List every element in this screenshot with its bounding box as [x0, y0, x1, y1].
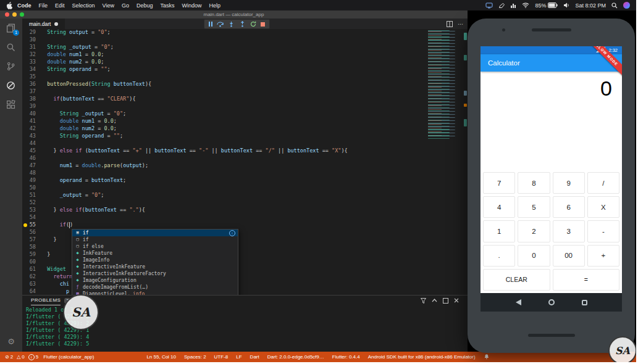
status-item[interactable]: Dart — [250, 354, 259, 360]
chart-icon[interactable] — [510, 2, 516, 9]
line-number[interactable]: 40 — [22, 110, 41, 118]
line-number[interactable]: 50 — [22, 184, 41, 192]
suggest-item[interactable]: ▢if else — [72, 243, 238, 250]
status-item[interactable]: Spaces: 2 — [184, 354, 206, 360]
code-line[interactable]: double num2 = 0.0; — [41, 59, 423, 66]
status-item[interactable]: Dart: 2.0.0-edge.0d5cf9… — [267, 354, 324, 360]
status-item[interactable]: Flutter: 0.4.4 — [332, 354, 360, 360]
line-number[interactable]: 61 — [22, 266, 41, 273]
step-over-button[interactable] — [217, 21, 224, 27]
line-number[interactable]: 59 — [22, 251, 41, 259]
code-line[interactable] — [41, 170, 423, 177]
key-zero[interactable]: 0 — [518, 245, 550, 267]
code-line[interactable]: double num1 = 0.0; — [41, 118, 423, 125]
key-six[interactable]: 6 — [553, 196, 585, 218]
code-line[interactable]: String _output = "0"; — [41, 110, 423, 118]
status-item[interactable]: Ln 55, Col 10 — [146, 354, 176, 360]
key-two[interactable]: 2 — [518, 220, 550, 242]
extensions-icon[interactable] — [6, 100, 16, 110]
menu-tasks[interactable]: Tasks — [160, 2, 174, 9]
line-number[interactable]: 45 — [22, 147, 41, 155]
line-number[interactable]: 52 — [22, 199, 41, 207]
line-number[interactable]: 47 — [22, 162, 41, 170]
suggest-item[interactable]: ◆InteractiveInkFeatureFactory — [72, 270, 238, 277]
code-editor[interactable]: 2930313233343536373839404142434445464748… — [22, 29, 468, 295]
readmore-icon[interactable]: i — [229, 230, 235, 236]
suggest-item[interactable]: ◆ImageConfiguration — [72, 277, 238, 284]
code-line[interactable] — [41, 36, 423, 44]
menu-file[interactable]: File — [39, 2, 48, 9]
code-line[interactable]: operand = buttonText; — [41, 177, 423, 184]
back-button-icon[interactable] — [516, 299, 521, 305]
line-number[interactable]: 63 — [22, 281, 41, 288]
line-number[interactable]: 54 — [22, 214, 41, 221]
battery-indicator[interactable]: 85% — [535, 2, 558, 9]
debug-icon[interactable] — [6, 81, 16, 91]
key-divide[interactable]: / — [587, 172, 619, 194]
code-line[interactable]: double num1 = 0.0; — [41, 51, 423, 59]
notifications-bell-icon[interactable] — [484, 354, 490, 361]
recents-button-icon[interactable] — [582, 300, 587, 305]
apple-menu-icon[interactable] — [6, 2, 12, 9]
key-three[interactable]: 3 — [553, 220, 585, 242]
minimap[interactable] — [428, 30, 463, 139]
key-eight[interactable]: 8 — [518, 172, 550, 194]
code-line[interactable]: String operand = ""; — [41, 66, 423, 73]
line-number[interactable]: 43 — [22, 133, 41, 140]
tab-main-dart[interactable]: main.dart — [22, 19, 65, 29]
tab-problems[interactable]: PROBLEMS — [31, 296, 61, 305]
lightbulb-icon[interactable] — [23, 223, 27, 227]
line-number[interactable]: 57 — [22, 236, 41, 244]
step-into-button[interactable] — [228, 21, 235, 27]
key-four[interactable]: 4 — [483, 196, 515, 218]
line-number[interactable]: 46 — [22, 155, 41, 162]
menu-go[interactable]: Go — [122, 2, 129, 9]
suggest-item[interactable]: ◆InkFeature — [72, 250, 238, 257]
suggest-item[interactable]: ▤DiagnosticLevel.info — [72, 291, 238, 295]
menu-clock[interactable]: Sat 8:02 PM — [575, 2, 606, 9]
line-number[interactable]: 53 — [22, 207, 41, 214]
menu-selection[interactable]: Selection — [72, 2, 95, 9]
status-item[interactable]: UTF-8 — [214, 354, 229, 360]
code-line[interactable]: String output = "0"; — [41, 29, 423, 36]
volume-icon[interactable] — [563, 2, 569, 8]
key-five[interactable]: 5 — [518, 196, 550, 218]
line-number[interactable]: 56 — [22, 229, 41, 236]
line-number[interactable]: 34 — [22, 66, 41, 73]
code-line[interactable] — [41, 155, 423, 162]
key-multiply[interactable]: X — [587, 196, 619, 218]
stop-button[interactable] — [261, 22, 265, 27]
line-number[interactable]: 51 — [22, 192, 41, 199]
menu-view[interactable]: View — [103, 2, 114, 9]
code-line[interactable]: _output = "0"; — [41, 192, 423, 199]
problems-indicator[interactable]: ⊘2 △0 i5 — [5, 354, 38, 360]
home-button-icon[interactable] — [548, 299, 555, 305]
code-line[interactable]: buttonPressed(String buttonText){ — [41, 81, 423, 88]
line-number[interactable]: 48 — [22, 170, 41, 177]
line-number[interactable]: 42 — [22, 125, 41, 133]
menu-edit[interactable]: Edit — [55, 2, 65, 9]
line-number[interactable]: 31 — [22, 44, 41, 51]
key-plus[interactable]: + — [587, 245, 619, 267]
maximize-panel-icon[interactable] — [432, 299, 437, 302]
key-minus[interactable]: - — [587, 220, 619, 242]
unsaved-dot-icon[interactable] — [54, 22, 58, 26]
key-nine[interactable]: 9 — [553, 172, 585, 194]
status-item[interactable]: Android SDK built for x86 (android-x86 E… — [368, 354, 476, 360]
code-line[interactable]: String operand = ""; — [41, 133, 423, 140]
split-editor-icon[interactable] — [447, 19, 453, 30]
line-number[interactable]: 44 — [22, 140, 41, 147]
suggest-item[interactable]: ▢if — [72, 236, 238, 243]
line-number[interactable]: 39 — [22, 103, 41, 110]
pen-icon[interactable] — [498, 2, 505, 9]
line-number[interactable]: 55 — [22, 221, 41, 229]
line-number[interactable]: 41 — [22, 118, 41, 125]
line-number[interactable]: 37 — [22, 88, 41, 96]
key-seven[interactable]: 7 — [483, 172, 515, 194]
code-line[interactable]: } else if (buttonText == "+" || buttonTe… — [41, 147, 423, 155]
code-line[interactable]: if() — [41, 221, 423, 229]
code-line[interactable] — [41, 88, 423, 96]
code-line[interactable] — [41, 103, 423, 110]
close-panel-icon[interactable] — [454, 298, 459, 303]
source-control-icon[interactable] — [6, 62, 16, 72]
